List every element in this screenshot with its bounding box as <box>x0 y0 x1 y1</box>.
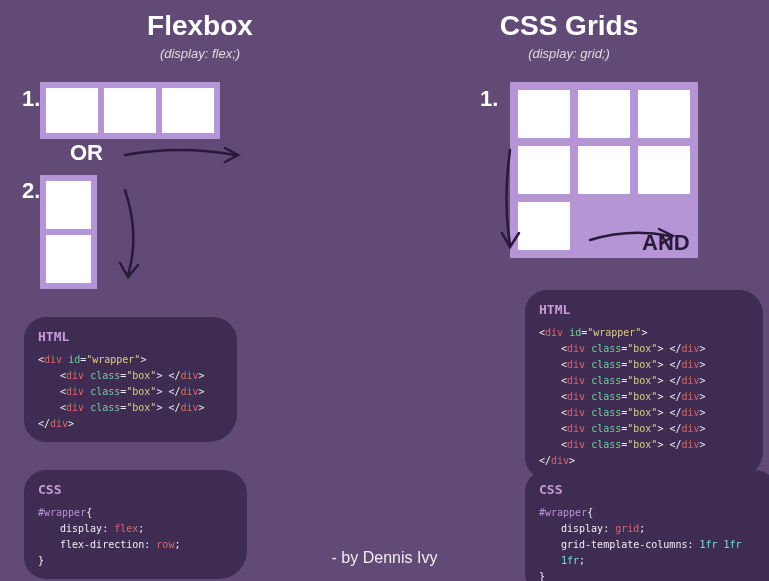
code-line: </div> <box>38 416 223 432</box>
grid-item <box>638 146 690 194</box>
html-label: HTML <box>38 327 223 348</box>
grid-item <box>578 146 630 194</box>
grid-item <box>518 90 570 138</box>
code-line: #wrapper{ <box>539 505 764 521</box>
code-line: <div class="box"> </div> <box>539 357 749 373</box>
flexbox-col-item <box>46 181 91 229</box>
arrow-icon <box>495 145 525 255</box>
flexbox-subtitle: (display: flex;) <box>20 46 380 61</box>
credit-text: - by Dennis Ivy <box>332 549 438 567</box>
grid-item <box>518 202 570 250</box>
grids-num-1: 1. <box>480 86 498 112</box>
arrow-icon <box>110 185 150 285</box>
code-line: <div class="box"> </div> <box>38 400 223 416</box>
html-label: HTML <box>539 300 749 321</box>
flexbox-css-card: CSS #wrapper{ display: flex; flex-direct… <box>24 470 247 579</box>
grid-item <box>578 90 630 138</box>
css-label: CSS <box>539 480 764 501</box>
grid-item <box>518 146 570 194</box>
grids-column: CSS Grids (display: grid;) <box>389 10 749 73</box>
flexbox-row-item <box>162 88 214 133</box>
flexbox-html-card: HTML <div id="wrapper"> <div class="box"… <box>24 317 237 442</box>
code-line: <div class="box"> </div> <box>539 373 749 389</box>
code-line: <div class="box"> </div> <box>539 437 749 453</box>
css-label: CSS <box>38 480 233 501</box>
code-line: <div class="box"> </div> <box>38 368 223 384</box>
grids-subtitle: (display: grid;) <box>389 46 749 61</box>
flexbox-row-demo <box>40 82 220 139</box>
or-label: OR <box>70 140 103 166</box>
grid-item <box>638 90 690 138</box>
code-line: <div class="box"> </div> <box>539 421 749 437</box>
code-line: } <box>539 569 764 581</box>
code-line: display: flex; <box>38 521 233 537</box>
code-line: <div id="wrapper"> <box>38 352 223 368</box>
code-line: grid-template-columns: 1fr 1fr 1fr; <box>539 537 764 569</box>
flexbox-num-1: 1. <box>22 86 40 112</box>
code-line: <div class="box"> </div> <box>38 384 223 400</box>
code-line: display: grid; <box>539 521 764 537</box>
grids-html-card: HTML <div id="wrapper"> <div class="box"… <box>525 290 763 479</box>
code-line: <div class="box"> </div> <box>539 389 749 405</box>
arrow-icon <box>120 140 250 170</box>
code-line: } <box>38 553 233 569</box>
flexbox-col-item <box>46 235 91 283</box>
flexbox-row-item <box>46 88 98 133</box>
grids-css-card: CSS #wrapper{ display: grid; grid-templa… <box>525 470 769 581</box>
grids-title: CSS Grids <box>389 10 749 42</box>
flexbox-row-item <box>104 88 156 133</box>
arrow-icon <box>585 222 680 250</box>
flexbox-num-2: 2. <box>22 178 40 204</box>
code-line: <div id="wrapper"> <box>539 325 749 341</box>
flexbox-col-demo <box>40 175 97 289</box>
flexbox-column: Flexbox (display: flex;) <box>20 10 380 73</box>
flexbox-title: Flexbox <box>20 10 380 42</box>
code-line: flex-direction: row; <box>38 537 233 553</box>
code-line: <div class="box"> </div> <box>539 405 749 421</box>
code-line: <div class="box"> </div> <box>539 341 749 357</box>
code-line: </div> <box>539 453 749 469</box>
code-line: #wrapper{ <box>38 505 233 521</box>
